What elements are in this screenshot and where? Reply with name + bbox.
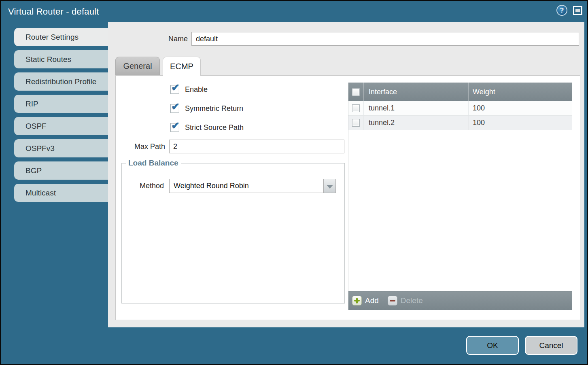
sidebar-item-rip[interactable]: RIP xyxy=(14,95,108,113)
ok-button[interactable]: OK xyxy=(466,336,519,355)
cell-interface: tunnel.2 xyxy=(363,116,468,130)
symmetric-return-label: Symmetric Return xyxy=(185,104,243,113)
cancel-button[interactable]: Cancel xyxy=(525,336,577,355)
strict-source-path-checkbox-row: Strict Source Path xyxy=(170,123,244,132)
table-row-tunnel1[interactable]: tunnel.1 100 xyxy=(348,101,572,116)
select-all-cell xyxy=(348,88,363,96)
table-empty-area xyxy=(348,130,572,291)
row-checkbox-cell xyxy=(348,119,363,127)
table-row-tunnel2[interactable]: tunnel.2 100 xyxy=(348,116,572,130)
name-row: Name xyxy=(108,32,584,46)
symmetric-return-checkbox[interactable] xyxy=(170,104,179,113)
load-balance-legend: Load Balance xyxy=(126,159,181,168)
tab-general[interactable]: General xyxy=(115,57,160,75)
sidebar-item-bgp[interactable]: BGP xyxy=(14,161,108,180)
virtual-router-dialog: Virtual Router - default ? Router Settin… xyxy=(1,1,587,364)
method-row: Method Weighted Round Robin xyxy=(122,179,344,193)
table-toolbar: Add Delete xyxy=(348,291,572,310)
select-all-checkbox[interactable] xyxy=(352,88,360,96)
method-label: Method xyxy=(122,182,164,190)
name-label: Name xyxy=(108,35,188,43)
max-path-row: Max Path xyxy=(116,140,345,153)
tab-ecmp[interactable]: ECMP xyxy=(163,57,201,76)
titlebar: Virtual Router - default ? xyxy=(1,1,587,22)
max-path-label: Max Path xyxy=(116,142,165,151)
sidebar-item-multicast[interactable]: Multicast xyxy=(14,184,108,202)
sidebar-item-ospf[interactable]: OSPF xyxy=(14,117,108,135)
content-panel: Name General ECMP Enable Symmetric Retur… xyxy=(108,22,584,327)
delete-label: Delete xyxy=(401,296,423,305)
method-select[interactable]: Weighted Round Robin xyxy=(169,179,336,193)
column-header-interface[interactable]: Interface xyxy=(363,83,468,101)
row-checkbox[interactable] xyxy=(352,104,360,112)
minus-icon xyxy=(388,296,397,306)
window-inner-rect xyxy=(575,9,580,12)
table-header: Interface Weight xyxy=(348,83,572,101)
enable-checkbox[interactable] xyxy=(170,85,179,94)
sidebar-item-static-routes[interactable]: Static Routes xyxy=(14,50,108,68)
name-input[interactable] xyxy=(191,32,579,46)
row-checkbox-cell xyxy=(348,104,363,112)
method-selected-value: Weighted Round Robin xyxy=(174,182,249,190)
question-glyph: ? xyxy=(560,7,564,14)
ecmp-tab-panel: Enable Symmetric Return Strict Source Pa… xyxy=(115,75,580,320)
popout-window-icon[interactable] xyxy=(573,6,582,15)
plus-icon xyxy=(352,296,362,306)
max-path-input[interactable] xyxy=(169,140,344,153)
titlebar-icons: ? xyxy=(556,5,582,16)
cell-weight: 100 xyxy=(468,116,572,130)
enable-label: Enable xyxy=(185,85,208,94)
sidebar-item-ospfv3[interactable]: OSPFv3 xyxy=(14,139,108,157)
strict-source-path-label: Strict Source Path xyxy=(185,123,244,132)
help-icon[interactable]: ? xyxy=(556,5,567,16)
sidebar: Router Settings Static Routes Redistribu… xyxy=(1,28,108,206)
symmetric-return-checkbox-row: Symmetric Return xyxy=(170,104,243,113)
add-button[interactable]: Add xyxy=(352,296,379,306)
add-label: Add xyxy=(365,296,379,305)
row-checkbox[interactable] xyxy=(352,119,360,127)
sidebar-item-redistribution-profile[interactable]: Redistribution Profile xyxy=(14,72,108,91)
tab-bar: General ECMP xyxy=(115,57,201,76)
cell-interface: tunnel.1 xyxy=(363,101,468,115)
dialog-window: Virtual Router - default ? Router Settin… xyxy=(0,0,588,365)
cell-weight: 100 xyxy=(468,101,572,115)
enable-checkbox-row: Enable xyxy=(170,85,208,94)
delete-button[interactable]: Delete xyxy=(388,296,423,306)
sidebar-item-router-settings[interactable]: Router Settings xyxy=(14,28,108,46)
strict-source-path-checkbox[interactable] xyxy=(170,123,179,132)
ecmp-interface-table: Interface Weight tunnel.1 100 xyxy=(348,83,572,310)
column-header-weight[interactable]: Weight xyxy=(468,83,572,101)
dialog-title: Virtual Router - default xyxy=(8,6,99,17)
chevron-down-icon[interactable] xyxy=(323,179,335,193)
load-balance-fieldset: Load Balance Method Weighted Round Robin xyxy=(121,159,345,303)
